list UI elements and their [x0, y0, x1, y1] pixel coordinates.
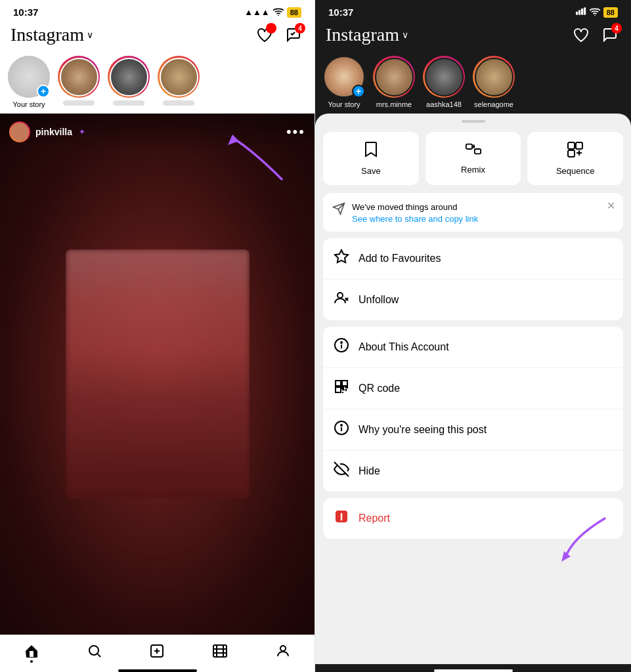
story-name-own-right: Your story: [328, 100, 360, 108]
story-own-right[interactable]: + Your story: [323, 56, 365, 108]
msg-badge-left: 4: [295, 23, 305, 33]
nav-search-left[interactable]: [87, 643, 102, 659]
post-avatar-ring: [9, 121, 30, 142]
home-indicator-right: [434, 669, 513, 672]
post-user-info[interactable]: pinkvilla ✦: [9, 121, 85, 142]
unfollow-label: Unfollow: [359, 294, 399, 306]
battery-right: 88: [603, 7, 618, 18]
story-name-aashka: aashka148: [426, 100, 462, 108]
story-name-bar-4-left: [163, 100, 194, 106]
left-phone: 10:37 ▲▲▲ 88 Instagram ∨: [0, 0, 315, 672]
messenger-btn-left[interactable]: 4: [283, 24, 304, 45]
unfollow-item[interactable]: Unfollow: [323, 280, 623, 320]
hide-label: Hide: [359, 465, 380, 477]
qr-icon: [334, 379, 349, 398]
hide-icon: [334, 461, 349, 481]
about-label: About This Account: [359, 341, 449, 353]
sheet-handle[interactable]: [462, 120, 485, 123]
notice-arrow-icon: [332, 202, 345, 219]
about-item[interactable]: About This Account: [323, 327, 623, 368]
heart-btn-right[interactable]: [571, 24, 592, 45]
nav-reels-left[interactable]: [212, 643, 228, 659]
story-name-selena: selenagome: [474, 100, 513, 108]
report-item[interactable]: Report: [323, 498, 623, 539]
story-4-left[interactable]: [158, 56, 200, 108]
add-story-btn-left[interactable]: +: [37, 85, 50, 98]
svg-rect-7: [581, 9, 583, 15]
story-2-left[interactable]: [58, 56, 100, 108]
svg-rect-9: [466, 144, 471, 149]
why-item[interactable]: Why you're seeing this post: [323, 410, 623, 451]
sequence-label: Sequence: [556, 166, 595, 176]
logo-chevron-left[interactable]: ∨: [87, 30, 93, 41]
wifi-icon-right: [590, 7, 600, 18]
remix-action-btn[interactable]: Remix: [425, 132, 521, 185]
add-story-btn-right[interactable]: +: [352, 85, 365, 98]
svg-rect-19: [336, 387, 341, 392]
info-circle-icon: [334, 337, 349, 357]
time-left: 10:37: [13, 7, 38, 18]
post-more-btn[interactable]: •••: [286, 123, 305, 140]
status-bar-right: 10:37 88: [315, 0, 631, 22]
story-selena[interactable]: selenagome: [473, 56, 515, 108]
notice-link[interactable]: See where to share and copy link: [352, 214, 478, 224]
nav-profile-left[interactable]: [275, 643, 291, 659]
post-background: [0, 114, 315, 635]
ig-header-right: Instagram ∨ 4: [315, 22, 631, 51]
sequence-icon: [567, 141, 584, 162]
save-action-btn[interactable]: Save: [323, 132, 419, 185]
star-icon: [334, 249, 349, 268]
favourites-label: Add to Favourites: [359, 253, 441, 264]
svg-point-16: [341, 342, 342, 343]
qr-item[interactable]: QR code: [323, 368, 623, 410]
heart-badge-left: [266, 23, 276, 33]
svg-rect-12: [576, 142, 582, 149]
story-3-left[interactable]: [108, 56, 150, 108]
notice-text: We've moved things around: [352, 202, 458, 212]
story-name-own-left: Your story: [12, 100, 45, 108]
story-ring-4-left: [158, 56, 200, 98]
story-ring-own-left: +: [8, 56, 50, 98]
svg-rect-10: [474, 149, 480, 154]
header-icons-right: 4: [571, 24, 620, 45]
svg-rect-8: [584, 7, 586, 14]
heart-btn-left[interactable]: [254, 24, 275, 45]
status-icons-left: ▲▲▲ 88: [244, 7, 301, 18]
story-own-left[interactable]: + Your story: [8, 56, 50, 108]
why-label: Why you're seeing this post: [359, 424, 487, 436]
info-icon: [334, 420, 349, 440]
msg-badge-right: 4: [611, 23, 622, 33]
status-icons-right: 88: [576, 7, 618, 18]
logo-chevron-right[interactable]: ∨: [402, 30, 408, 41]
story-name-bar-2-left: [63, 100, 95, 106]
bottom-nav-left: [0, 635, 315, 664]
story-ring-mrsminme: [373, 56, 415, 98]
qr-label: QR code: [359, 383, 400, 394]
nav-home-left[interactable]: [24, 643, 39, 659]
hide-item[interactable]: Hide: [323, 451, 623, 492]
favourites-item[interactable]: Add to Favourites: [323, 238, 623, 280]
story-mrsminme[interactable]: mrs.minme: [373, 56, 415, 108]
nav-add-left[interactable]: [149, 643, 165, 659]
report-icon: [334, 509, 349, 528]
story-ring-3-left: [108, 56, 150, 98]
svg-rect-11: [568, 142, 575, 149]
remix-label: Remix: [461, 165, 485, 175]
story-ring-selena: [473, 56, 515, 98]
story-avatar-4-left: [160, 58, 198, 96]
notice-close-btn[interactable]: ✕: [607, 200, 615, 212]
sequence-action-btn[interactable]: Sequence: [527, 132, 623, 185]
messenger-btn-right[interactable]: 4: [599, 24, 620, 45]
story-ring-2-left: [58, 56, 100, 98]
story-name-bar-3-left: [113, 100, 144, 106]
post-verified-icon: ✦: [79, 127, 85, 136]
svg-rect-3: [213, 645, 227, 657]
post-header: pinkvilla ✦ •••: [0, 114, 315, 150]
ig-logo-right: Instagram ∨: [326, 24, 408, 45]
notice-content: We've moved things around See where to s…: [352, 201, 478, 224]
time-right: 10:37: [328, 7, 353, 18]
svg-point-21: [341, 425, 342, 426]
story-ring-own-right: +: [323, 56, 365, 98]
home-indicator-left: [118, 669, 197, 672]
story-aashka[interactable]: aashka148: [423, 56, 465, 108]
